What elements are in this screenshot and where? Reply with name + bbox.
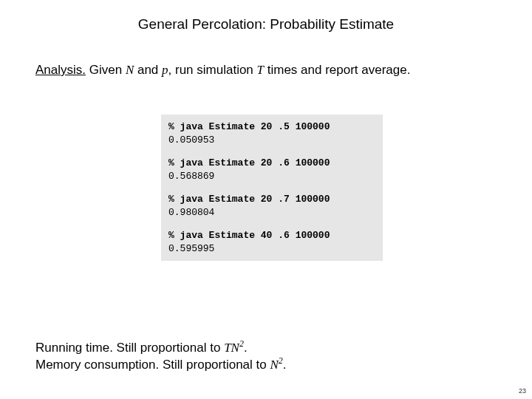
running-period: . bbox=[244, 341, 248, 355]
code-cmd: % java Estimate 20 .6 100000 bbox=[168, 157, 375, 170]
code-out: 0.595995 bbox=[168, 242, 375, 256]
var-N2: N bbox=[270, 358, 278, 372]
memory-line: Memory consumption. Still proportional t… bbox=[35, 355, 287, 372]
var-T: T bbox=[257, 63, 264, 77]
code-entry: % java Estimate 20 .7 100000 0.980804 bbox=[168, 193, 375, 219]
code-entry: % java Estimate 20 .6 100000 0.568869 bbox=[168, 157, 375, 183]
memory-label: Memory consumption. bbox=[35, 358, 159, 372]
analysis-text-after: times and report average. bbox=[264, 63, 410, 77]
code-block: % java Estimate 20 .5 100000 0.050953 % … bbox=[161, 115, 383, 261]
page-number: 23 bbox=[519, 387, 526, 395]
slide-title: General Percolation: Probability Estimat… bbox=[0, 16, 532, 33]
code-cmd: % java Estimate 40 .6 100000 bbox=[168, 229, 375, 242]
code-out: 0.568869 bbox=[168, 170, 375, 183]
running-text: Still proportional to bbox=[113, 341, 224, 355]
analysis-text-mid: , run simulation bbox=[168, 63, 257, 77]
analysis-text-1: Given bbox=[86, 63, 126, 77]
code-out: 0.050953 bbox=[168, 134, 375, 147]
memory-period: . bbox=[283, 358, 287, 372]
analysis-line: Analysis. Given N and p, run simulation … bbox=[35, 63, 410, 78]
code-out: 0.980804 bbox=[168, 206, 375, 219]
running-label: Running time. bbox=[35, 341, 113, 355]
var-p: p bbox=[162, 63, 168, 77]
code-cmd: % java Estimate 20 .5 100000 bbox=[168, 120, 375, 134]
code-cmd: % java Estimate 20 .7 100000 bbox=[168, 193, 375, 206]
var-TN: TN bbox=[224, 341, 239, 355]
analysis-text-and: and bbox=[134, 63, 162, 77]
running-time-line: Running time. Still proportional to TN2. bbox=[35, 338, 248, 355]
analysis-label: Analysis. bbox=[35, 63, 86, 77]
code-entry: % java Estimate 40 .6 100000 0.595995 bbox=[168, 229, 375, 255]
code-entry: % java Estimate 20 .5 100000 0.050953 bbox=[168, 120, 375, 146]
var-N: N bbox=[126, 63, 134, 77]
memory-text: Still proportional to bbox=[159, 358, 270, 372]
slide: General Percolation: Probability Estimat… bbox=[0, 0, 532, 399]
